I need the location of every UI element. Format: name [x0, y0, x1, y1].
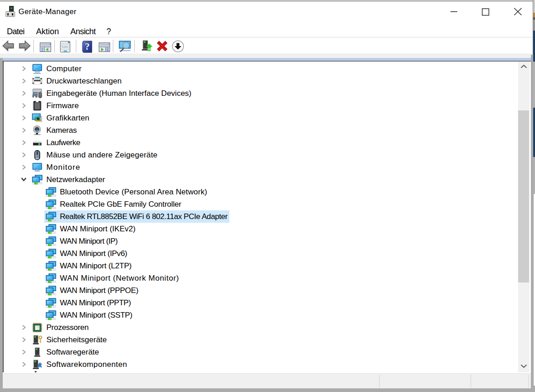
svg-text:?: ? [85, 41, 90, 52]
